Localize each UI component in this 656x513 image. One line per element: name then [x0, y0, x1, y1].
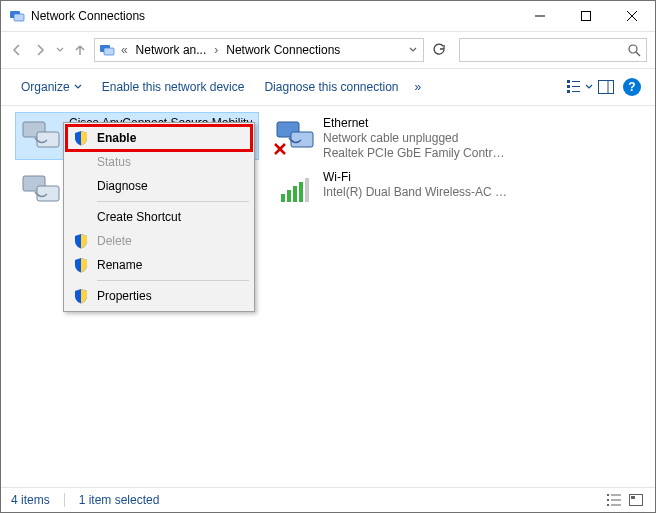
- enable-device-button[interactable]: Enable this network device: [92, 69, 255, 105]
- context-separator: [97, 280, 249, 281]
- svg-rect-14: [567, 90, 570, 93]
- shield-icon: [73, 130, 89, 146]
- status-separator: [64, 493, 65, 507]
- forward-button[interactable]: [31, 37, 51, 63]
- context-enable-label: Enable: [97, 131, 136, 145]
- svg-rect-21: [291, 132, 313, 147]
- preview-pane-button[interactable]: [593, 74, 619, 100]
- context-properties-label: Properties: [97, 289, 152, 303]
- network-connections-icon: [9, 8, 25, 24]
- adapter-device: Realtek PCIe GbE Family Controller: [323, 146, 509, 161]
- diagnose-button[interactable]: Diagnose this connection: [254, 69, 408, 105]
- view-options-button[interactable]: [567, 74, 593, 100]
- selection-count: 1 item selected: [79, 493, 160, 507]
- context-diagnose[interactable]: Diagnose: [67, 174, 251, 198]
- context-rename-label: Rename: [97, 258, 142, 272]
- svg-rect-3: [582, 12, 591, 21]
- large-icons-view-button[interactable]: [627, 493, 645, 507]
- svg-rect-28: [293, 186, 297, 202]
- context-rename[interactable]: Rename: [67, 253, 251, 277]
- svg-rect-15: [572, 91, 580, 92]
- recent-dropdown[interactable]: [54, 37, 66, 63]
- context-enable[interactable]: Enable: [67, 126, 251, 150]
- svg-rect-33: [607, 499, 609, 501]
- organize-menu[interactable]: Organize: [11, 69, 92, 105]
- breadcrumb-parent[interactable]: Network an...: [130, 39, 213, 61]
- svg-rect-32: [611, 495, 621, 496]
- adapter-icon: [19, 116, 63, 156]
- window-buttons: [517, 1, 655, 31]
- context-delete-label: Delete: [97, 234, 132, 248]
- close-button[interactable]: [609, 1, 655, 31]
- svg-rect-34: [611, 500, 621, 501]
- svg-rect-13: [572, 86, 580, 87]
- breadcrumb-current[interactable]: Network Connections: [220, 39, 346, 61]
- context-menu: Enable Status Diagnose Create Shortcut D…: [63, 122, 255, 312]
- overflow-button[interactable]: »: [409, 80, 428, 94]
- svg-rect-25: [37, 186, 59, 201]
- svg-rect-11: [572, 81, 580, 82]
- search-icon[interactable]: [622, 39, 646, 61]
- adapter-icon: [19, 170, 63, 210]
- help-icon: ?: [623, 78, 641, 96]
- adapter-item[interactable]: Wi-Fi Intel(R) Dual Band Wireless-AC 31.…: [269, 166, 513, 214]
- context-status: Status: [67, 150, 251, 174]
- item-count: 4 items: [11, 493, 50, 507]
- context-create-shortcut-label: Create Shortcut: [97, 210, 181, 224]
- back-button[interactable]: [7, 37, 27, 63]
- search-input[interactable]: [460, 43, 622, 57]
- svg-rect-7: [104, 48, 114, 55]
- chevron-down-icon: [74, 83, 82, 91]
- address-bar[interactable]: « Network an... › Network Connections: [94, 38, 424, 62]
- shield-icon: [73, 233, 89, 249]
- adapter-status: Network cable unplugged: [323, 131, 509, 146]
- svg-line-9: [636, 52, 640, 56]
- svg-point-8: [629, 45, 637, 53]
- svg-rect-36: [611, 505, 621, 506]
- svg-rect-19: [37, 132, 59, 147]
- context-status-label: Status: [97, 155, 131, 169]
- adapter-name: Ethernet: [323, 116, 509, 131]
- svg-rect-27: [287, 190, 291, 202]
- adapter-item[interactable]: Ethernet Network cable unplugged Realtek…: [269, 112, 513, 160]
- svg-rect-1: [14, 14, 24, 21]
- command-bar: Organize Enable this network device Diag…: [1, 69, 655, 106]
- context-properties[interactable]: Properties: [67, 284, 251, 308]
- content-area[interactable]: Cisco AnyConnect Secure Mobility Etherne…: [1, 106, 655, 487]
- details-view-button[interactable]: [605, 493, 623, 507]
- up-button[interactable]: [70, 37, 90, 63]
- network-connections-window: Network Connections « Network an... › Ne…: [0, 0, 656, 513]
- organize-label: Organize: [21, 80, 70, 94]
- svg-rect-26: [281, 194, 285, 202]
- chevron-right-icon: ›: [212, 43, 220, 57]
- svg-rect-31: [607, 494, 609, 496]
- svg-rect-30: [305, 178, 309, 202]
- context-separator: [97, 201, 249, 202]
- search-box[interactable]: [459, 38, 647, 62]
- view-buttons: [605, 493, 645, 507]
- help-button[interactable]: ?: [619, 74, 645, 100]
- adapter-device: Intel(R) Dual Band Wireless-AC 31...: [323, 185, 509, 200]
- wifi-icon: [273, 170, 317, 210]
- adapter-name: Wi-Fi: [323, 170, 509, 185]
- refresh-button[interactable]: [428, 37, 451, 63]
- status-bar: 4 items 1 item selected: [1, 487, 655, 512]
- titlebar: Network Connections: [1, 1, 655, 32]
- svg-rect-35: [607, 504, 609, 506]
- address-icon: [99, 42, 115, 58]
- svg-rect-38: [631, 496, 635, 499]
- window-title: Network Connections: [31, 9, 517, 23]
- shield-icon: [73, 288, 89, 304]
- svg-rect-10: [567, 80, 570, 83]
- context-create-shortcut[interactable]: Create Shortcut: [67, 205, 251, 229]
- address-dropdown[interactable]: [403, 39, 423, 61]
- context-delete: Delete: [67, 229, 251, 253]
- minimize-button[interactable]: [517, 1, 563, 31]
- svg-rect-29: [299, 182, 303, 202]
- navigation-bar: « Network an... › Network Connections: [1, 32, 655, 69]
- svg-rect-12: [567, 85, 570, 88]
- breadcrumb-sep-icon: «: [119, 43, 130, 57]
- svg-rect-16: [599, 81, 614, 94]
- maximize-button[interactable]: [563, 1, 609, 31]
- shield-icon: [73, 257, 89, 273]
